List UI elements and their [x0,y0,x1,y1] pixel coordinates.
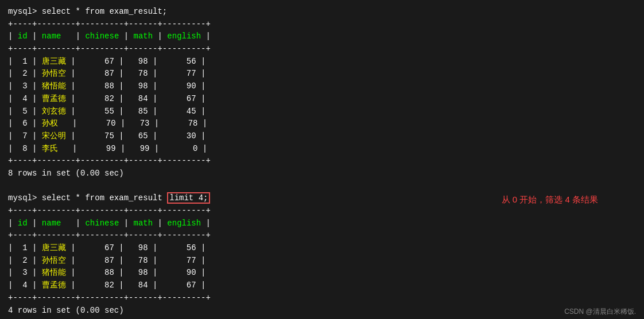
table1-row8: | 8 | 李氏 | 99 | 99 | 0 | [8,144,207,153]
table1-row4: | 4 | 曹孟德 | 82 | 84 | 67 | [8,94,205,103]
result-info-2: 4 rows in set (0.00 sec) [8,306,124,315]
table1-row6: | 6 | 孙权 | 70 | 73 | 78 | [8,119,207,128]
table1-bottom-border: +----+--------+---------+------+--------… [8,156,211,165]
table1-header-border: +----+--------+---------+------+--------… [8,44,211,53]
table2-header: | id | name | chinese | math | english | [8,219,211,228]
watermark: CSDN @清晨白米稀饭. [564,307,636,317]
limit-highlight: limit 4; [167,192,210,204]
terminal-content: mysql> select * from exam_result; +----+… [8,6,636,317]
table1-top-border: +----+--------+---------+------+--------… [8,20,211,29]
table1-row1: | 1 | 唐三藏 | 67 | 98 | 56 | [8,57,205,66]
result-info-1: 8 rows in set (0.00 sec) [8,169,124,178]
table1-row3: | 3 | 猪悟能 | 88 | 98 | 90 | [8,81,205,91]
table2-row3: | 3 | 猪悟能 | 88 | 98 | 90 | [8,268,205,277]
table2-header-border: +----+--------+---------+------+--------… [8,231,211,240]
table2-bottom-border: +----+--------+---------+------+--------… [8,293,211,302]
table2-row2: | 2 | 孙悟空 | 87 | 78 | 77 | [8,256,205,265]
table2-row4: | 4 | 曹孟德 | 82 | 84 | 67 | [8,281,205,290]
prompt2: mysql> select * from exam_result limit 4… [8,192,210,204]
table1-header: | id | name | chinese | math | english | [8,32,211,41]
table1-row2: | 2 | 孙悟空 | 87 | 78 | 77 | [8,69,205,78]
table1-row5: | 5 | 刘玄德 | 55 | 85 | 45 | [8,107,205,116]
annotation-text: 从 0 开始，筛选 4 条结果 [502,193,598,206]
prompt1: mysql> select * from exam_result; [8,7,167,16]
table1-row7: | 7 | 宋公明 | 75 | 65 | 30 | [8,131,205,141]
table2-row1: | 1 | 唐三藏 | 67 | 98 | 56 | [8,243,205,252]
terminal-window: mysql> select * from exam_result; +----+… [8,6,636,317]
table2-top-border: +----+--------+---------+------+--------… [8,206,211,215]
